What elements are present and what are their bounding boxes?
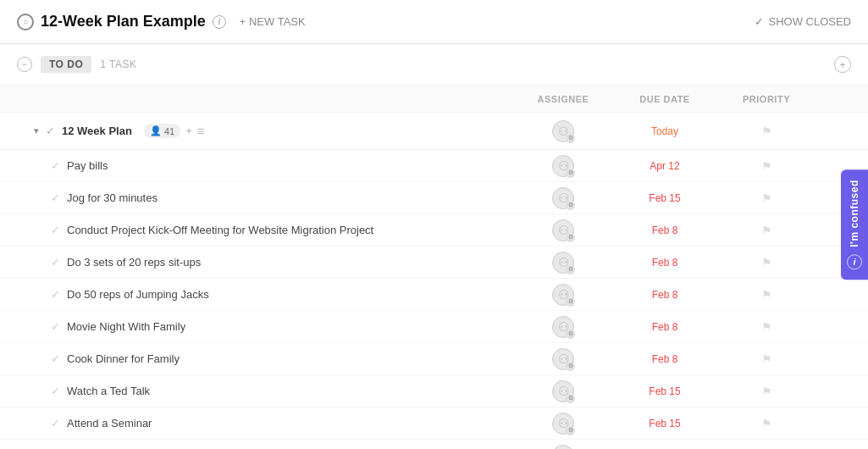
task-name-4: Do 50 reps of Jumping Jacks bbox=[67, 288, 209, 301]
header-right: ✓ SHOW CLOSED bbox=[755, 15, 851, 28]
task-row: ✓ Watch a Ted Talk ⚇ ⚙ Feb 15 ⚑ bbox=[0, 375, 868, 407]
avatar-6[interactable]: ⚇ ⚙ bbox=[552, 348, 574, 370]
task-check-icon-3[interactable]: ✓ bbox=[51, 256, 60, 269]
due-date-4[interactable]: Feb 8 bbox=[652, 289, 678, 301]
avatar-4[interactable]: ⚇ ⚙ bbox=[552, 284, 574, 306]
meta-list-icon[interactable]: ≡ bbox=[197, 124, 205, 138]
task-check-icon-2[interactable]: ✓ bbox=[51, 224, 60, 236]
task-row: ✓ Pay bills ⚇ ⚙ Apr 12 ⚑ bbox=[0, 150, 868, 182]
show-closed-button[interactable]: ✓ SHOW CLOSED bbox=[755, 15, 851, 28]
avatar-gear-icon-6: ⚙ bbox=[566, 362, 575, 371]
avatar-gear-icon: ⚙ bbox=[566, 134, 575, 143]
avatar-9[interactable]: ⚇ ⚙ bbox=[552, 445, 574, 450]
due-date-7[interactable]: Feb 15 bbox=[649, 385, 680, 397]
col-header-assignee: ASSIGNEE bbox=[512, 94, 614, 104]
avatar-7[interactable]: ⚇ ⚙ bbox=[552, 380, 574, 402]
person-icon: 👤 bbox=[150, 125, 162, 136]
due-date-0[interactable]: Apr 12 bbox=[650, 160, 679, 172]
due-cell-2: Feb 8 bbox=[614, 224, 716, 236]
due-date-1[interactable]: Feb 15 bbox=[649, 192, 680, 204]
flag-icon-8[interactable]: ⚑ bbox=[761, 417, 772, 430]
parent-task-left: ▾ ✓ 12 Week Plan 👤 41 + ≡ bbox=[34, 124, 512, 138]
parent-assignee-cell: ⚇ ⚙ bbox=[512, 120, 614, 142]
flag-icon-4[interactable]: ⚑ bbox=[761, 288, 772, 302]
due-date-5[interactable]: Feb 8 bbox=[652, 321, 678, 333]
task-name-7: Watch a Ted Talk bbox=[67, 385, 150, 397]
task-check-icon-1[interactable]: ✓ bbox=[51, 191, 60, 204]
assignee-cell-3: ⚇ ⚙ bbox=[512, 252, 614, 274]
flag-icon-1[interactable]: ⚑ bbox=[761, 191, 772, 205]
due-date-8[interactable]: Feb 15 bbox=[649, 418, 680, 430]
meta-plus-icon[interactable]: + bbox=[185, 125, 192, 137]
parent-due-date[interactable]: Today bbox=[651, 125, 678, 137]
parent-task-row: ▾ ✓ 12 Week Plan 👤 41 + ≡ ⚇ ⚙ Today ⚑ bbox=[0, 113, 868, 150]
circle-check-icon[interactable]: ○ bbox=[17, 14, 34, 30]
assignee-cell-4: ⚇ ⚙ bbox=[512, 284, 614, 306]
add-section-icon[interactable]: + bbox=[834, 56, 851, 73]
priority-cell-1: ⚑ bbox=[716, 191, 817, 205]
task-row: ✓ Read Atomic Habits Book ⚇ ⚙ Feb 15 ⚑ bbox=[0, 440, 868, 449]
task-row: ✓ Do 50 reps of Jumping Jacks ⚇ ⚙ Feb 8 … bbox=[0, 279, 868, 311]
avatar-gear-icon-1: ⚙ bbox=[566, 201, 575, 210]
task-check-icon-7[interactable]: ✓ bbox=[51, 385, 60, 397]
due-date-2[interactable]: Feb 8 bbox=[652, 224, 678, 236]
task-row: ✓ Do 3 sets of 20 reps sit-ups ⚇ ⚙ Feb 8… bbox=[0, 247, 868, 279]
task-count: 1 TASK bbox=[100, 58, 136, 70]
task-check-icon-6[interactable]: ✓ bbox=[51, 352, 60, 365]
task-name-5: Movie Night With Family bbox=[67, 320, 185, 333]
chevron-down-icon[interactable]: ▾ bbox=[34, 125, 39, 136]
flag-icon-2[interactable]: ⚑ bbox=[761, 224, 772, 237]
task-check-icon-0[interactable]: ✓ bbox=[51, 159, 60, 172]
due-date-6[interactable]: Feb 8 bbox=[652, 353, 678, 365]
assignee-cell-9: ⚇ ⚙ bbox=[512, 445, 614, 450]
task-row: ✓ Cook Dinner for Family ⚇ ⚙ Feb 8 ⚑ bbox=[0, 343, 868, 375]
column-headers: ASSIGNEE DUE DATE PRIORITY bbox=[0, 86, 868, 113]
parent-flag-icon[interactable]: ⚑ bbox=[761, 125, 772, 138]
avatar-2[interactable]: ⚇ ⚙ bbox=[552, 219, 574, 241]
feedback-info-icon: i bbox=[847, 254, 862, 269]
checkmark-icon: ✓ bbox=[755, 15, 764, 28]
show-closed-label: SHOW CLOSED bbox=[768, 15, 851, 28]
top-header: ○ 12-Week Plan Example i + NEW TASK ✓ SH… bbox=[0, 0, 868, 44]
avatar-5[interactable]: ⚇ ⚙ bbox=[552, 316, 574, 338]
due-cell-7: Feb 15 bbox=[614, 385, 716, 397]
due-cell-4: Feb 8 bbox=[614, 289, 716, 301]
assignee-cell-1: ⚇ ⚙ bbox=[512, 187, 614, 209]
parent-check-icon[interactable]: ✓ bbox=[46, 125, 55, 137]
member-count-pill[interactable]: 👤 41 bbox=[144, 124, 180, 138]
assignee-cell-5: ⚇ ⚙ bbox=[512, 316, 614, 338]
priority-cell-4: ⚑ bbox=[716, 288, 817, 302]
due-date-3[interactable]: Feb 8 bbox=[652, 257, 678, 269]
avatar-8[interactable]: ⚇ ⚙ bbox=[552, 413, 574, 435]
flag-icon-3[interactable]: ⚑ bbox=[761, 256, 772, 269]
flag-icon-7[interactable]: ⚑ bbox=[761, 385, 772, 398]
new-task-button[interactable]: + NEW TASK bbox=[233, 12, 312, 31]
flag-icon-5[interactable]: ⚑ bbox=[761, 320, 772, 334]
collapse-button[interactable]: − bbox=[17, 57, 32, 72]
due-cell-5: Feb 8 bbox=[614, 321, 716, 333]
info-icon[interactable]: i bbox=[213, 15, 226, 29]
task-check-icon-5[interactable]: ✓ bbox=[51, 320, 60, 333]
task-left-1: ✓ Jog for 30 minutes bbox=[51, 191, 512, 204]
feedback-button[interactable]: I'm confused i bbox=[841, 169, 868, 280]
assignee-cell-0: ⚇ ⚙ bbox=[512, 155, 614, 177]
avatar-1[interactable]: ⚇ ⚙ bbox=[552, 187, 574, 209]
feedback-widget[interactable]: I'm confused i bbox=[841, 169, 868, 280]
priority-cell-5: ⚑ bbox=[716, 320, 817, 334]
col-header-priority: PRIORITY bbox=[716, 94, 817, 104]
avatar-3[interactable]: ⚇ ⚙ bbox=[552, 252, 574, 274]
task-check-icon-8[interactable]: ✓ bbox=[51, 417, 60, 430]
task-name-6: Cook Dinner for Family bbox=[67, 352, 180, 365]
feedback-label: I'm confused bbox=[849, 180, 860, 247]
parent-due-cell: Today bbox=[614, 125, 716, 137]
parent-avatar[interactable]: ⚇ ⚙ bbox=[552, 120, 574, 142]
task-row: ✓ Movie Night With Family ⚇ ⚙ Feb 8 ⚑ bbox=[0, 311, 868, 343]
flag-icon-6[interactable]: ⚑ bbox=[761, 352, 772, 366]
flag-icon-0[interactable]: ⚑ bbox=[761, 159, 772, 173]
priority-cell-7: ⚑ bbox=[716, 385, 817, 398]
assignee-cell-6: ⚇ ⚙ bbox=[512, 348, 614, 370]
avatar-0[interactable]: ⚇ ⚙ bbox=[552, 155, 574, 177]
task-check-icon-4[interactable]: ✓ bbox=[51, 288, 60, 301]
page-title: 12-Week Plan Example bbox=[41, 13, 206, 30]
due-cell-3: Feb 8 bbox=[614, 257, 716, 269]
